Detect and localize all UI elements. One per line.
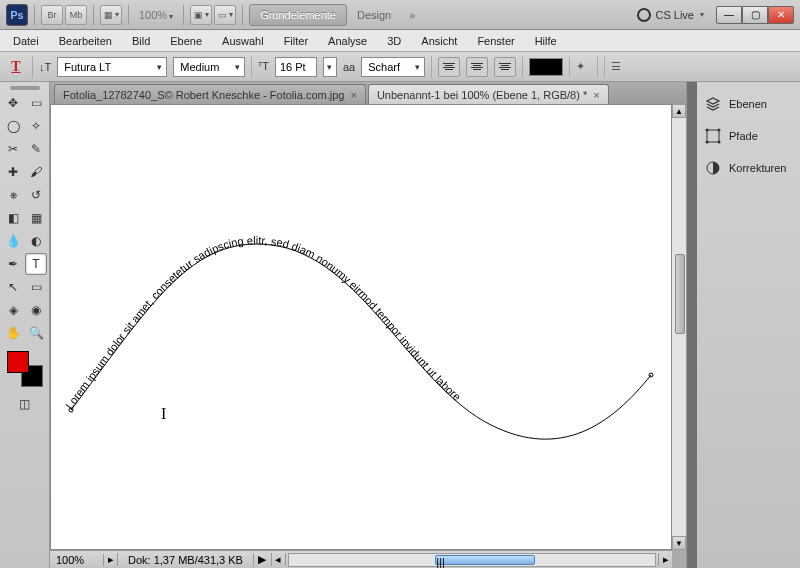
text-cursor-icon: I [161, 405, 166, 423]
character-panel-button[interactable]: ☰ [604, 57, 626, 77]
divider [34, 5, 35, 25]
work-area: ✥▭ ◯✧ ✂✎ ✚🖌 ⎈↺ ◧▦ 💧◐ ✒T ↖▭ ◈◉ ✋🔍 ◫ Fotol… [0, 82, 800, 568]
window-controls: — ▢ ✕ [716, 6, 794, 24]
photoshop-icon[interactable]: Ps [6, 4, 28, 26]
doc-size-info[interactable]: Dok: 1,37 MB/431,3 KB [118, 554, 254, 566]
divider [183, 5, 184, 25]
scroll-thumb[interactable] [675, 254, 685, 334]
font-size-icon: ᵀT [258, 60, 269, 73]
window-minimize-button[interactable]: — [716, 6, 742, 24]
bridge-button[interactable]: Br [41, 5, 63, 25]
hscroll-right-button[interactable]: ▸ [658, 553, 672, 566]
menu-analyse[interactable]: Analyse [319, 33, 376, 49]
zoom-display[interactable]: 100%▾ [135, 9, 177, 21]
paths-icon [705, 128, 721, 144]
menu-hilfe[interactable]: Hilfe [526, 33, 566, 49]
3d-tool[interactable]: ◈ [2, 299, 24, 321]
text-orientation-icon[interactable]: ↓T [39, 61, 51, 73]
warp-text-button[interactable]: ✦ [569, 57, 591, 77]
hscroll-thumb[interactable]: ||| [435, 555, 535, 565]
blur-tool[interactable]: 💧 [2, 230, 24, 252]
dodge-tool[interactable]: ◐ [25, 230, 47, 252]
workspace-design-button[interactable]: Design [349, 9, 399, 21]
scroll-down-button[interactable]: ▼ [672, 536, 686, 550]
eraser-tool[interactable]: ◧ [2, 207, 24, 229]
3d-camera-tool[interactable]: ◉ [25, 299, 47, 321]
window-maximize-button[interactable]: ▢ [742, 6, 768, 24]
workspace-more-button[interactable]: » [401, 9, 423, 21]
menu-bearbeiten[interactable]: Bearbeiten [50, 33, 121, 49]
pen-tool[interactable]: ✒ [2, 253, 24, 275]
font-weight-select[interactable]: Medium [173, 57, 245, 77]
eyedropper-tool[interactable]: ✎ [25, 138, 47, 160]
toolbox-grip[interactable] [10, 86, 40, 90]
font-size-dropdown[interactable] [323, 57, 337, 77]
minibridge-button[interactable]: Mb [65, 5, 87, 25]
shape-tool[interactable]: ▭ [25, 276, 47, 298]
cslive-icon [637, 8, 651, 22]
tab-unbenannt[interactable]: Unbenannt-1 bei 100% (Ebene 1, RGB/8) * … [368, 84, 609, 104]
text-color-swatch[interactable] [529, 58, 563, 76]
canvas[interactable]: Lorem ipsum dolor sit amet, consetetur s… [50, 104, 672, 550]
panel-pfade[interactable]: Pfade [701, 120, 796, 152]
heal-tool[interactable]: ✚ [2, 161, 24, 183]
panel-grip[interactable] [687, 82, 697, 568]
menu-datei[interactable]: Datei [4, 33, 48, 49]
lasso-tool[interactable]: ◯ [2, 115, 24, 137]
menu-fenster[interactable]: Fenster [468, 33, 523, 49]
wand-tool[interactable]: ✧ [25, 115, 47, 137]
panel-korrekturen[interactable]: Korrekturen [701, 152, 796, 184]
workspace-grundelemente-button[interactable]: Grundelemente [249, 4, 347, 26]
hand-tool[interactable]: ✋ [2, 322, 24, 344]
toolbox: ✥▭ ◯✧ ✂✎ ✚🖌 ⎈↺ ◧▦ 💧◐ ✒T ↖▭ ◈◉ ✋🔍 ◫ [0, 82, 50, 568]
antialias-label: aa [343, 61, 355, 73]
tab-label: Fotolia_12782740_S© Robert Kneschke - Fo… [63, 89, 344, 101]
move-tool[interactable]: ✥ [2, 92, 24, 114]
align-center-button[interactable] [466, 57, 488, 77]
menu-filter[interactable]: Filter [275, 33, 317, 49]
menu-3d[interactable]: 3D [378, 33, 410, 49]
screen-mode-button[interactable]: ▭▾ [214, 5, 236, 25]
vertical-scrollbar[interactable]: ▲ ▼ [672, 104, 686, 550]
cslive-button[interactable]: CS Live▾ [637, 8, 704, 22]
history-brush-tool[interactable]: ↺ [25, 184, 47, 206]
horizontal-scrollbar[interactable]: ||| [288, 553, 656, 567]
panel-ebenen[interactable]: Ebenen [701, 88, 796, 120]
divider [242, 5, 243, 25]
font-size-input[interactable]: 16 Pt [275, 57, 317, 77]
menu-ansicht[interactable]: Ansicht [412, 33, 466, 49]
stamp-tool[interactable]: ⎈ [2, 184, 24, 206]
crop-tool[interactable]: ✂ [2, 138, 24, 160]
tab-close-icon[interactable]: × [593, 89, 599, 101]
font-family-select[interactable]: Futura LT [57, 57, 167, 77]
arrange-docs-button[interactable]: ▣▾ [190, 5, 212, 25]
zoom-tool[interactable]: 🔍 [25, 322, 47, 344]
status-chevron[interactable]: ▸ [104, 553, 118, 566]
layers-icon [705, 96, 721, 112]
gradient-tool[interactable]: ▦ [25, 207, 47, 229]
window-close-button[interactable]: ✕ [768, 6, 794, 24]
type-tool[interactable]: T [25, 253, 47, 275]
svg-rect-2 [707, 130, 719, 142]
menu-ebene[interactable]: Ebene [161, 33, 211, 49]
menu-auswahl[interactable]: Auswahl [213, 33, 273, 49]
quickmask-button[interactable]: ◫ [14, 393, 36, 415]
align-right-button[interactable] [494, 57, 516, 77]
document-tabs: Fotolia_12782740_S© Robert Kneschke - Fo… [50, 82, 686, 104]
zoom-field[interactable]: 100% [50, 554, 104, 566]
tab-close-icon[interactable]: × [350, 89, 356, 101]
adjustments-icon [705, 160, 721, 176]
color-swatches[interactable] [7, 351, 43, 387]
menu-bild[interactable]: Bild [123, 33, 159, 49]
tab-fotolia[interactable]: Fotolia_12782740_S© Robert Kneschke - Fo… [54, 84, 366, 104]
hscroll-left-button[interactable]: ◂ [272, 553, 286, 566]
scroll-up-button[interactable]: ▲ [672, 104, 686, 118]
brush-tool[interactable]: 🖌 [25, 161, 47, 183]
align-left-button[interactable] [438, 57, 460, 77]
path-select-tool[interactable]: ↖ [2, 276, 24, 298]
foreground-color[interactable] [7, 351, 29, 373]
view-extras-button[interactable]: ▦▾ [100, 5, 122, 25]
marquee-tool[interactable]: ▭ [25, 92, 47, 114]
antialias-select[interactable]: Scharf [361, 57, 425, 77]
status-play-button[interactable]: ▶ [254, 553, 272, 566]
